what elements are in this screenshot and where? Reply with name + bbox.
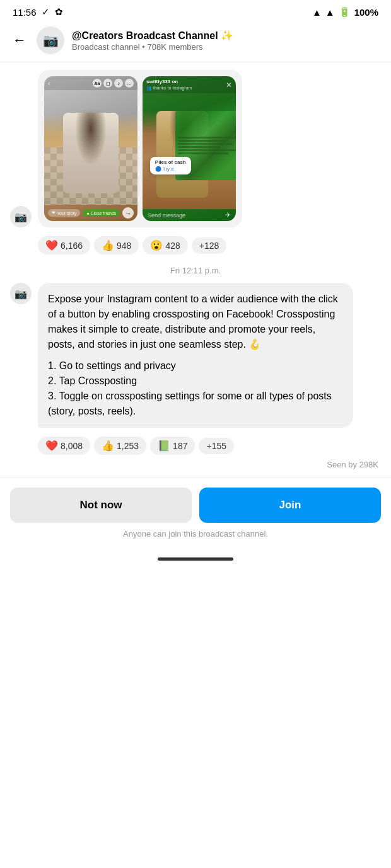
reaction-book[interactable]: 📗 187 — [150, 437, 195, 455]
phone-bottom-bar-left: ❤ Your story ● Close friends → — [44, 205, 137, 221]
book-emoji: 📗 — [158, 440, 170, 452]
phone-icon-square: ◻ — [103, 79, 112, 88]
back-button[interactable]: ← — [10, 30, 29, 51]
phone-close-icon: ✕ — [226, 81, 232, 89]
signal-icon: ▲ — [325, 7, 335, 18]
reactions-row-2: ❤️ 8,008 👍 1,253 📗 187 +155 — [0, 433, 391, 457]
avatar-camera-icon: 📷 — [15, 211, 27, 223]
heart-count-2: 8,008 — [61, 441, 83, 451]
sender-avatar: 📷 — [10, 206, 32, 227]
book-count: 187 — [173, 441, 187, 451]
phone-top-bar-right: swiftly333 on 👥 thanks to Instagram ✕ — [143, 76, 236, 93]
person-image-right: Piles of cash 🔵 Try it — [143, 93, 236, 209]
not-now-button[interactable]: Not now — [10, 488, 192, 523]
message-paragraph-1: Expose your Instagram content to a wider… — [48, 292, 343, 352]
thumbsup-count-2: 1,253 — [117, 441, 139, 451]
phone-body-right: Piles of cash 🔵 Try it — [143, 93, 236, 209]
camera-icon: 📷 — [43, 33, 59, 48]
footer-text: Anyone can join this broadcast channel. — [10, 523, 381, 542]
piles-cash-label: Piles of cash 🔵 Try it — [150, 157, 191, 174]
phone-top-bar-left: ‹ Aa ◻ ♪ … — [44, 76, 137, 90]
reaction-more[interactable]: +128 — [192, 237, 227, 254]
phone-icon-text: Aa — [93, 79, 102, 88]
reactions-row-1: ❤️ 6,166 👍 948 😮 428 +128 — [0, 232, 391, 258]
more-reactions-count-2: +155 — [206, 441, 226, 451]
phone-icon-music: ♪ — [114, 79, 123, 88]
phone-frame-right: swiftly333 on 👥 thanks to Instagram ✕ — [143, 76, 236, 221]
images-bubble: ‹ Aa ◻ ♪ … — [38, 70, 242, 227]
sender-avatar-2: 📷 — [10, 283, 32, 304]
thumbsup-emoji-2: 👍 — [102, 440, 114, 452]
action-buttons: Not now Join — [10, 488, 381, 523]
seen-by-label: Seen by 298K — [0, 457, 391, 477]
text-message-row: 📷 Expose your Instagram content to a wid… — [0, 283, 391, 433]
heart-emoji-2: ❤️ — [45, 440, 58, 452]
close-friends-btn: ● Close friends — [83, 209, 120, 217]
heart-emoji: ❤️ — [45, 239, 58, 251]
status-time: 11:56 — [13, 7, 37, 18]
heart-count: 6,166 — [61, 241, 83, 251]
try-it-btn: 🔵 Try it — [155, 166, 186, 172]
channel-header: ← 📷 @Creators Broadcast Channel ✨ Broadc… — [0, 21, 391, 62]
text-message-bubble: Expose your Instagram content to a wider… — [38, 283, 353, 428]
arrow-circle: → — [122, 207, 134, 219]
wifi-icon: ▲ — [312, 7, 322, 18]
avatar-camera-icon-2: 📷 — [15, 288, 27, 300]
reaction-more-2[interactable]: +155 — [199, 438, 234, 454]
join-button[interactable]: Join — [199, 488, 381, 523]
wow-emoji: 😮 — [150, 239, 163, 251]
chat-area: 📷 ‹ Aa ◻ ♪ … — [0, 62, 391, 477]
image-message: 📷 ‹ Aa ◻ ♪ … — [0, 70, 391, 232]
person-image-left — [44, 90, 137, 205]
status-check-icon: ✓ — [42, 6, 50, 18]
status-bar: 11:56 ✓ ✿ ▲ ▲ 🔋 100% — [0, 0, 391, 21]
reaction-heart-2[interactable]: ❤️ 8,008 — [38, 437, 90, 455]
phone-icon-more: … — [125, 79, 134, 88]
status-flower-icon: ✿ — [55, 6, 63, 18]
battery-icon: 🔋 — [339, 6, 351, 18]
your-story-btn: ❤ Your story — [48, 209, 80, 217]
wow-count: 428 — [165, 241, 180, 251]
home-indicator — [0, 552, 391, 564]
channel-avatar: 📷 — [37, 26, 64, 54]
send-icon: ✈ — [225, 211, 231, 219]
more-reactions-count: +128 — [199, 241, 219, 251]
channel-meta: Broadcast channel • 708K members — [72, 42, 381, 52]
reaction-heart[interactable]: ❤️ 6,166 — [38, 236, 90, 254]
reaction-thumbsup-2[interactable]: 👍 1,253 — [94, 437, 146, 455]
phone-body-left — [44, 90, 137, 205]
battery-percent: 100% — [354, 7, 378, 18]
phone-user-info: swiftly333 on 👥 thanks to Instagram — [146, 79, 192, 91]
reaction-wow[interactable]: 😮 428 — [143, 236, 187, 254]
thumbsup-count: 948 — [117, 241, 131, 251]
bottom-action-area: Not now Join Anyone can join this broadc… — [0, 477, 391, 552]
thumbsup-emoji: 👍 — [102, 239, 114, 251]
message-paragraph-2: 1. Go to settings and privacy2. Tap Cros… — [48, 358, 343, 419]
channel-name: @Creators Broadcast Channel ✨ — [72, 30, 381, 42]
reaction-thumbsup[interactable]: 👍 948 — [94, 236, 139, 254]
timestamp-divider: Fri 12:11 p.m. — [0, 258, 391, 283]
send-message-bar: Send message ✈ — [143, 209, 236, 221]
channel-info: @Creators Broadcast Channel ✨ Broadcast … — [72, 30, 381, 52]
phone-frame-left: ‹ Aa ◻ ♪ … — [44, 76, 137, 221]
home-bar — [158, 557, 233, 561]
